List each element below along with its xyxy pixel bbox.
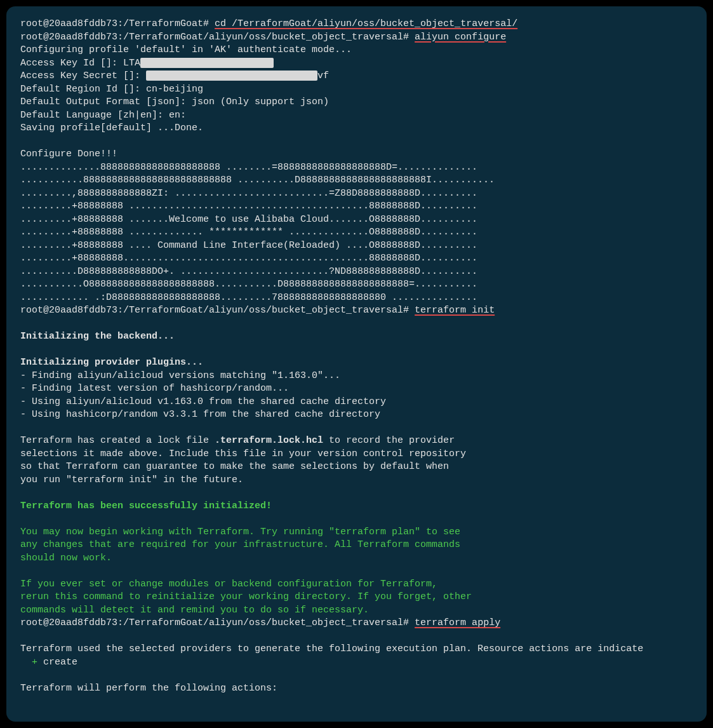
output-access-key-secret: Access Key Secret []: xxxxxxxxxxxxxxxxxx… <box>20 70 693 83</box>
ascii-art: .........+88888888 .... Command Line Int… <box>20 239 693 253</box>
output-line: any changes that are required for your i… <box>20 539 693 552</box>
output-line: + create <box>20 656 693 670</box>
ascii-art: .........+88888888 .......Welcome to use… <box>20 213 693 227</box>
output-line: selections it made above. Include this f… <box>20 448 693 461</box>
command-terraform-apply: terraform apply <box>415 617 500 628</box>
terminal-window[interactable]: root@20aad8fddb73:/TerraformGoat# cd /Te… <box>6 6 707 722</box>
prompt: root@20aad8fddb73:/TerraformGoat/aliyun/… <box>20 32 415 43</box>
output-line: Default Language [zh|en]: en: <box>20 109 693 123</box>
prompt: root@20aad8fddb73:/TerraformGoat# <box>20 18 215 29</box>
output-line: Initializing provider plugins... <box>20 356 693 370</box>
command-cd: cd /TerraformGoat/aliyun/oss/bucket_obje… <box>215 18 517 29</box>
output-line: Terraform used the selected providers to… <box>20 643 693 656</box>
ascii-art: .........,8888888888888ZI: .............… <box>20 187 693 201</box>
output-access-key-id: Access Key Id []: LTAxxxxxxxxxxxxxxxxxxx… <box>20 57 693 71</box>
blank-line <box>20 318 693 331</box>
success-line: Terraform has been successfully initiali… <box>20 500 693 513</box>
blank-line <box>20 565 693 578</box>
blank-line <box>20 669 693 682</box>
blank-line <box>20 630 693 644</box>
ascii-art: ...........88888888888888888888888888 ..… <box>20 174 693 187</box>
prompt-line-3: root@20aad8fddb73:/TerraformGoat/aliyun/… <box>20 304 693 318</box>
output-line: You may now begin working with Terraform… <box>20 526 693 539</box>
output-line: - Using aliyun/alicloud v1.163.0 from th… <box>20 396 693 409</box>
blank-line <box>20 487 693 500</box>
output-line: commands will detect it and remind you t… <box>20 604 693 617</box>
blank-line <box>20 135 693 149</box>
output-line: - Using hashicorp/random v3.3.1 from the… <box>20 408 693 422</box>
prompt-line-1: root@20aad8fddb73:/TerraformGoat# cd /Te… <box>20 18 693 31</box>
output-line: Terraform will perform the following act… <box>20 682 693 696</box>
output-line: Saving profile[default] ...Done. <box>20 122 693 135</box>
output-line: Default Output Format [json]: json (Only… <box>20 96 693 109</box>
output-line: If you ever set or change modules or bac… <box>20 578 693 591</box>
command-terraform-init: terraform init <box>415 305 495 316</box>
blank-line <box>20 513 693 526</box>
output-line: should now work. <box>20 552 693 565</box>
ascii-art: ...........O8888888888888888888888......… <box>20 278 693 292</box>
ascii-art: ..........D888888888888DO+. ............… <box>20 266 693 279</box>
redacted-block: xxxxxxxxxxxxxxxxxxxx <box>140 58 274 68</box>
ascii-art: .........+88888888 .....................… <box>20 200 693 213</box>
ascii-art: ..............888888888888888888888 ....… <box>20 161 693 175</box>
output-line: rerun this command to reinitialize your … <box>20 591 693 604</box>
blank-line <box>20 344 693 357</box>
ascii-art: .........+88888888 ............. *******… <box>20 226 693 239</box>
output-line: Configure Done!!! <box>20 148 693 161</box>
output-line: - Finding aliyun/alicloud versions match… <box>20 370 693 383</box>
output-line: you run "terraform init" in the future. <box>20 474 693 487</box>
ascii-art: ............ .:D8888888888888888888.....… <box>20 292 693 305</box>
output-line: Configuring profile 'default' in 'AK' au… <box>20 44 693 57</box>
command-aliyun-configure: aliyun configure <box>415 32 506 43</box>
output-line: Default Region Id []: cn-beijing <box>20 83 693 97</box>
output-line: - Finding latest version of hashicorp/ra… <box>20 382 693 396</box>
prompt-line-4: root@20aad8fddb73:/TerraformGoat/aliyun/… <box>20 617 693 630</box>
redacted-block: xxxxxxxxxxxxxxxxxxxxxxxxxx <box>146 71 317 81</box>
prompt: root@20aad8fddb73:/TerraformGoat/aliyun/… <box>20 305 415 316</box>
prompt: root@20aad8fddb73:/TerraformGoat/aliyun/… <box>20 617 415 628</box>
blank-line <box>20 422 693 435</box>
output-line: Terraform has created a lock file .terra… <box>20 435 693 448</box>
prompt-line-2: root@20aad8fddb73:/TerraformGoat/aliyun/… <box>20 31 693 44</box>
ascii-art: .........+88888888......................… <box>20 252 693 266</box>
output-line: so that Terraform can guarantee to make … <box>20 461 693 474</box>
output-line: Initializing the backend... <box>20 330 693 344</box>
